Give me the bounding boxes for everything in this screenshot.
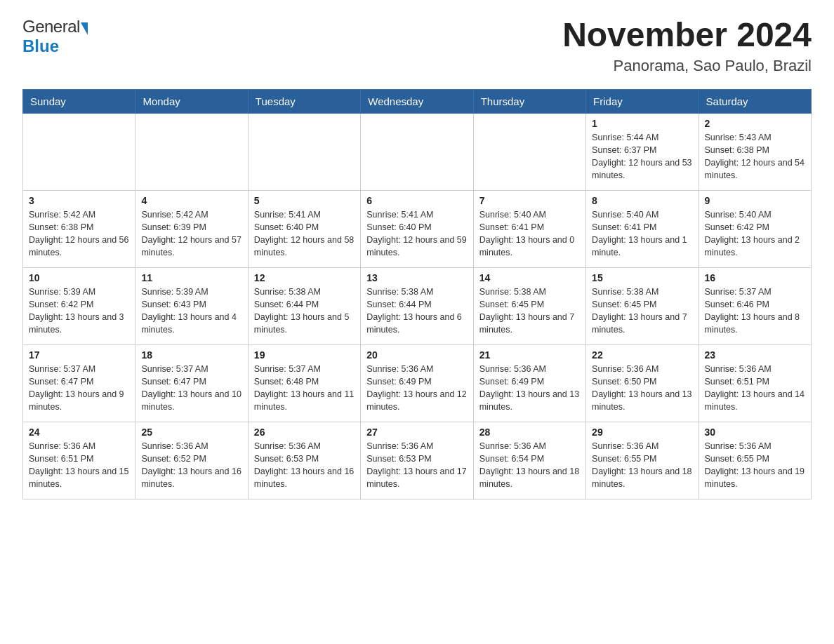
- day-info: Sunrise: 5:42 AMSunset: 6:38 PMDaylight:…: [29, 208, 129, 260]
- day-info: Sunrise: 5:39 AMSunset: 6:42 PMDaylight:…: [29, 286, 129, 337]
- day-info: Sunrise: 5:38 AMSunset: 6:45 PMDaylight:…: [592, 286, 692, 337]
- day-of-week-header: Tuesday: [248, 89, 360, 113]
- day-info: Sunrise: 5:40 AMSunset: 6:42 PMDaylight:…: [705, 208, 805, 260]
- day-number: 3: [29, 195, 129, 206]
- day-info: Sunrise: 5:41 AMSunset: 6:40 PMDaylight:…: [254, 208, 355, 260]
- calendar-cell: 12Sunrise: 5:38 AMSunset: 6:44 PMDayligh…: [248, 267, 360, 344]
- day-number: 14: [479, 272, 580, 283]
- day-of-week-header: Thursday: [473, 89, 585, 113]
- calendar-week-row: 10Sunrise: 5:39 AMSunset: 6:42 PMDayligh…: [23, 267, 812, 344]
- day-number: 5: [254, 195, 355, 206]
- page-subtitle: Panorama, Sao Paulo, Brazil: [562, 57, 812, 75]
- day-number: 24: [29, 427, 129, 438]
- calendar-cell: 25Sunrise: 5:36 AMSunset: 6:52 PMDayligh…: [135, 422, 248, 499]
- day-info: Sunrise: 5:36 AMSunset: 6:52 PMDaylight:…: [141, 440, 241, 491]
- day-info: Sunrise: 5:38 AMSunset: 6:44 PMDaylight:…: [366, 286, 467, 337]
- day-info: Sunrise: 5:36 AMSunset: 6:51 PMDaylight:…: [705, 363, 805, 414]
- day-info: Sunrise: 5:39 AMSunset: 6:43 PMDaylight:…: [141, 286, 241, 337]
- calendar-cell: 1Sunrise: 5:44 AMSunset: 6:37 PMDaylight…: [586, 113, 699, 190]
- day-of-week-header: Sunday: [23, 89, 135, 113]
- calendar-cell: 7Sunrise: 5:40 AMSunset: 6:41 PMDaylight…: [473, 190, 585, 267]
- day-number: 23: [705, 349, 805, 361]
- calendar-cell: 29Sunrise: 5:36 AMSunset: 6:55 PMDayligh…: [586, 422, 699, 499]
- day-info: Sunrise: 5:37 AMSunset: 6:47 PMDaylight:…: [29, 363, 129, 414]
- day-number: 18: [141, 349, 241, 361]
- day-info: Sunrise: 5:37 AMSunset: 6:47 PMDaylight:…: [141, 363, 241, 414]
- day-number: 6: [366, 195, 467, 206]
- day-number: 7: [479, 195, 580, 206]
- calendar-cell: 4Sunrise: 5:42 AMSunset: 6:39 PMDaylight…: [135, 190, 248, 267]
- calendar-cell: 13Sunrise: 5:38 AMSunset: 6:44 PMDayligh…: [361, 267, 473, 344]
- day-info: Sunrise: 5:36 AMSunset: 6:55 PMDaylight:…: [592, 440, 692, 491]
- calendar-cell: 11Sunrise: 5:39 AMSunset: 6:43 PMDayligh…: [135, 267, 248, 344]
- calendar-cell: 5Sunrise: 5:41 AMSunset: 6:40 PMDaylight…: [248, 190, 360, 267]
- calendar-cell: [23, 113, 135, 190]
- calendar-cell: 17Sunrise: 5:37 AMSunset: 6:47 PMDayligh…: [23, 344, 135, 422]
- calendar-cell: 27Sunrise: 5:36 AMSunset: 6:53 PMDayligh…: [361, 422, 473, 499]
- day-info: Sunrise: 5:36 AMSunset: 6:53 PMDaylight:…: [254, 440, 355, 491]
- day-number: 22: [592, 349, 692, 361]
- day-info: Sunrise: 5:38 AMSunset: 6:45 PMDaylight:…: [479, 286, 580, 337]
- day-number: 25: [141, 427, 241, 438]
- calendar-cell: 18Sunrise: 5:37 AMSunset: 6:47 PMDayligh…: [135, 344, 248, 422]
- calendar-week-row: 24Sunrise: 5:36 AMSunset: 6:51 PMDayligh…: [23, 422, 812, 499]
- calendar-cell: 15Sunrise: 5:38 AMSunset: 6:45 PMDayligh…: [586, 267, 699, 344]
- days-of-week-row: SundayMondayTuesdayWednesdayThursdayFrid…: [23, 89, 812, 113]
- calendar-week-row: 3Sunrise: 5:42 AMSunset: 6:38 PMDaylight…: [23, 190, 812, 267]
- day-number: 26: [254, 427, 355, 438]
- page-title: November 2024: [562, 17, 812, 54]
- calendar-body: 1Sunrise: 5:44 AMSunset: 6:37 PMDaylight…: [23, 113, 812, 499]
- title-area: November 2024 Panorama, Sao Paulo, Brazi…: [562, 17, 812, 75]
- day-number: 19: [254, 349, 355, 361]
- header: General Blue November 2024 Panorama, Sao…: [22, 17, 812, 75]
- day-number: 29: [592, 427, 692, 438]
- day-number: 4: [141, 195, 241, 206]
- day-info: Sunrise: 5:36 AMSunset: 6:54 PMDaylight:…: [479, 440, 580, 491]
- day-number: 10: [29, 272, 129, 283]
- day-number: 21: [479, 349, 580, 361]
- day-number: 13: [366, 272, 467, 283]
- day-number: 2: [705, 118, 805, 129]
- calendar-cell: [135, 113, 248, 190]
- day-info: Sunrise: 5:36 AMSunset: 6:49 PMDaylight:…: [479, 363, 580, 414]
- calendar-table: SundayMondayTuesdayWednesdayThursdayFrid…: [22, 89, 812, 499]
- calendar-cell: 10Sunrise: 5:39 AMSunset: 6:42 PMDayligh…: [23, 267, 135, 344]
- calendar-cell: 26Sunrise: 5:36 AMSunset: 6:53 PMDayligh…: [248, 422, 360, 499]
- calendar-cell: [248, 113, 360, 190]
- calendar-cell: 9Sunrise: 5:40 AMSunset: 6:42 PMDaylight…: [699, 190, 811, 267]
- day-info: Sunrise: 5:43 AMSunset: 6:38 PMDaylight:…: [705, 131, 805, 182]
- day-of-week-header: Monday: [135, 89, 248, 113]
- day-info: Sunrise: 5:37 AMSunset: 6:46 PMDaylight:…: [705, 286, 805, 337]
- day-number: 30: [705, 427, 805, 438]
- logo: General Blue: [22, 17, 88, 56]
- day-number: 8: [592, 195, 692, 206]
- calendar-cell: 21Sunrise: 5:36 AMSunset: 6:49 PMDayligh…: [473, 344, 585, 422]
- day-info: Sunrise: 5:40 AMSunset: 6:41 PMDaylight:…: [592, 208, 692, 260]
- calendar-cell: 30Sunrise: 5:36 AMSunset: 6:55 PMDayligh…: [699, 422, 811, 499]
- day-info: Sunrise: 5:44 AMSunset: 6:37 PMDaylight:…: [592, 131, 692, 182]
- calendar-week-row: 1Sunrise: 5:44 AMSunset: 6:37 PMDaylight…: [23, 113, 812, 190]
- day-info: Sunrise: 5:42 AMSunset: 6:39 PMDaylight:…: [141, 208, 241, 260]
- day-number: 17: [29, 349, 129, 361]
- calendar-cell: 3Sunrise: 5:42 AMSunset: 6:38 PMDaylight…: [23, 190, 135, 267]
- calendar-cell: 14Sunrise: 5:38 AMSunset: 6:45 PMDayligh…: [473, 267, 585, 344]
- day-of-week-header: Saturday: [699, 89, 811, 113]
- day-number: 16: [705, 272, 805, 283]
- day-of-week-header: Friday: [586, 89, 699, 113]
- day-number: 15: [592, 272, 692, 283]
- day-info: Sunrise: 5:36 AMSunset: 6:50 PMDaylight:…: [592, 363, 692, 414]
- day-info: Sunrise: 5:41 AMSunset: 6:40 PMDaylight:…: [366, 208, 467, 260]
- day-number: 1: [592, 118, 692, 129]
- day-number: 12: [254, 272, 355, 283]
- logo-arrow-icon: [81, 22, 88, 35]
- calendar-cell: 20Sunrise: 5:36 AMSunset: 6:49 PMDayligh…: [361, 344, 473, 422]
- day-info: Sunrise: 5:37 AMSunset: 6:48 PMDaylight:…: [254, 363, 355, 414]
- calendar-cell: 24Sunrise: 5:36 AMSunset: 6:51 PMDayligh…: [23, 422, 135, 499]
- day-info: Sunrise: 5:36 AMSunset: 6:55 PMDaylight:…: [705, 440, 805, 491]
- logo-general-text: General: [22, 17, 80, 36]
- calendar-cell: 2Sunrise: 5:43 AMSunset: 6:38 PMDaylight…: [699, 113, 811, 190]
- day-number: 28: [479, 427, 580, 438]
- day-number: 11: [141, 272, 241, 283]
- day-number: 9: [705, 195, 805, 206]
- calendar-cell: 8Sunrise: 5:40 AMSunset: 6:41 PMDaylight…: [586, 190, 699, 267]
